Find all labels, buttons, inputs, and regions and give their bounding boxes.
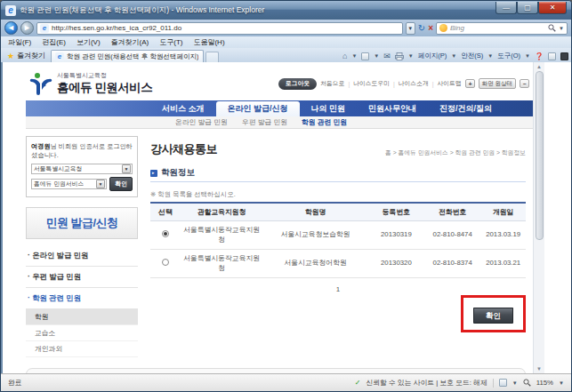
menu-edit[interactable]: 편집(E): [42, 37, 66, 47]
site-logo[interactable]: 서울특별시교육청 홈에듀 민원서비스: [29, 71, 152, 96]
section-header: 학원정보: [150, 167, 526, 182]
search-dropdown[interactable]: ▼: [559, 26, 564, 31]
nav-tab-minwon-guide[interactable]: 민원사무안내: [357, 100, 428, 116]
page-menu-dropdown[interactable]: ▼: [451, 53, 456, 59]
sidebar-subitem-private-tutoring[interactable]: 개인과외: [26, 341, 138, 357]
print-dropdown[interactable]: ▼: [408, 53, 414, 59]
maximize-button[interactable]: ▢: [517, 2, 538, 14]
minimize-button[interactable]: —: [495, 2, 517, 14]
row1-name: 서울시교육청보습학원: [263, 221, 368, 250]
zoom-level[interactable]: 115%: [536, 379, 553, 387]
nav-tab-my-minwon[interactable]: 나의 민원: [300, 100, 358, 116]
menu-tools[interactable]: 도구(T): [159, 37, 182, 47]
zoom-dropdown[interactable]: ▼: [559, 380, 564, 386]
chevron-down-icon[interactable]: ▼: [96, 180, 105, 188]
subnav-postal-issue[interactable]: 우편 발급 민원: [242, 117, 287, 127]
new-tab-button[interactable]: [205, 52, 219, 62]
row2-open-date: 2013.03.21: [480, 250, 526, 278]
close-button[interactable]: ✕: [538, 2, 567, 14]
read-mail-icon[interactable]: ✉: [383, 52, 391, 60]
url-dropdown[interactable]: ▼: [406, 22, 415, 35]
logout-button[interactable]: 로그아웃: [278, 78, 317, 90]
feeds-dropdown[interactable]: ▼: [374, 53, 379, 59]
back-button[interactable]: ◄: [4, 21, 18, 35]
page-menu[interactable]: 페이지(P): [418, 52, 447, 60]
page-viewport: 서울특별시교육청 홈에듀 민원서비스 로그아웃 처음으로 | 나이스도우미 | …: [1, 62, 571, 373]
utility-links: 로그아웃 처음으로 | 나이스도우미 | 나이스소개 | 사이트맵 + 화면 원…: [278, 78, 529, 90]
link-home[interactable]: 처음으로: [320, 79, 344, 88]
sidebar-confirm-button[interactable]: 확인: [109, 177, 133, 191]
sidebar-subitem-gyseupso[interactable]: 교습소: [26, 325, 138, 341]
nav-tab-online-issue[interactable]: 온라인 발급/신청: [216, 101, 300, 116]
sidebar-item-postal-issue[interactable]: · 우편 발급 민원: [26, 267, 138, 288]
home-icon[interactable]: ⌂: [342, 52, 347, 60]
hakwon-table: 선택 관할교육지원청 학원명 등록번호 전화번호 개원일 서울: [150, 202, 526, 278]
search-input[interactable]: Bing ▼: [436, 22, 568, 35]
sidebar-subitem-hakwon[interactable]: 학원: [26, 309, 138, 325]
subnav-online-issue[interactable]: 온라인 발급 민원: [175, 117, 228, 127]
menu-file[interactable]: 파일(F): [8, 37, 31, 47]
compat-dropdown[interactable]: ▼: [512, 380, 518, 386]
office-select-value: 서울특별시교육청: [34, 164, 82, 173]
col-reg-no: 등록번호: [368, 203, 424, 221]
page-number[interactable]: 1: [150, 285, 526, 293]
link-sitemap[interactable]: 사이트맵: [438, 79, 462, 88]
trusted-check-icon: ✓: [355, 379, 361, 387]
chevron-down-icon[interactable]: ▼: [122, 164, 131, 173]
search-icon[interactable]: [548, 24, 556, 32]
forward-button[interactable]: ►: [20, 21, 34, 35]
command-bar: ⌂▼ ▼ ✉ ▼ 페이지(P)▼ 안전(S)▼ 도구(O)▼ ❓: [342, 52, 568, 62]
subnav-hakwon-minwon[interactable]: 학원 관련 민원: [302, 117, 347, 127]
browser-tab[interactable]: e 학원 관련 민원(채용선택 후 학원선택페이지): [51, 50, 204, 62]
tab-favicon: e: [55, 52, 64, 61]
safety-menu[interactable]: 안전(S): [461, 52, 483, 60]
tools-menu[interactable]: 도구(O): [497, 52, 520, 60]
table-header-row: 선택 관할교육지원청 학원명 등록번호 전화번호 개원일: [150, 203, 526, 221]
zoom-out-button[interactable]: −: [520, 79, 529, 88]
selection-note: ※ 학원 목록을 선택하십시오.: [150, 190, 526, 199]
print-icon[interactable]: [395, 52, 404, 60]
vertical-scrollbar[interactable]: ▲ ▼: [533, 62, 544, 373]
screen-reset-button[interactable]: 화면 원상태: [479, 78, 516, 89]
scrollbar-thumb[interactable]: [536, 71, 544, 240]
favorites-label: 즐겨찾기: [17, 51, 45, 60]
compat-view-icon[interactable]: [499, 379, 507, 387]
ie-icon: e: [5, 5, 16, 16]
row1-radio[interactable]: [162, 230, 169, 237]
addon-icon-1[interactable]: [548, 52, 556, 60]
sidebar-item-hakwon-minwon[interactable]: · 학원 관련 민원: [26, 288, 138, 309]
row2-radio[interactable]: [162, 259, 169, 266]
scroll-down-icon[interactable]: ▼: [536, 364, 542, 373]
addon-icon-2[interactable]: [560, 52, 568, 60]
confirm-button[interactable]: 확인: [473, 308, 513, 324]
stop-icon[interactable]: ×: [428, 22, 433, 35]
scroll-up-icon[interactable]: ▲: [536, 62, 542, 71]
bing-icon: [439, 24, 447, 32]
help-icon[interactable]: ❓: [535, 52, 544, 60]
link-neis-helper[interactable]: 나이스도우미: [353, 79, 390, 88]
tools-menu-dropdown[interactable]: ▼: [525, 53, 530, 59]
menu-favorites[interactable]: 즐겨찾기(A): [111, 37, 149, 47]
sidebar-item-online-issue[interactable]: · 온라인 발급 민원: [26, 245, 138, 267]
site-header: 서울특별시교육청 홈에듀 민원서비스 로그아웃 처음으로 | 나이스도우미 | …: [26, 66, 533, 100]
nav-tab-service-intro[interactable]: 서비스 소개: [150, 100, 216, 116]
table-row: 서울특별시동작교육지원청 서울시교육청보습학원 20130319 02-810-…: [150, 221, 526, 250]
feeds-icon[interactable]: [361, 52, 369, 60]
sidebar: 여경원님 비회원 인증서로 로그인하셨습니다. 서울특별시교육청 ▼ 홈에듀 민…: [26, 136, 138, 357]
service-select[interactable]: 홈에듀 민원서비스 ▼: [31, 179, 107, 189]
zoom-icon[interactable]: [523, 379, 531, 387]
menu-help[interactable]: 도움말(H): [193, 37, 224, 47]
refresh-icon[interactable]: ↻: [418, 22, 425, 35]
url-field[interactable]: e http://hes.sen.go.kr/hes_ica_cr92_011.…: [36, 22, 403, 35]
safety-menu-dropdown[interactable]: ▼: [487, 53, 493, 59]
sidebar-title: 민원 발급/신청: [26, 207, 138, 239]
office-select[interactable]: 서울특별시교육청 ▼: [31, 164, 133, 174]
zoom-in-button[interactable]: +: [465, 79, 475, 88]
home-dropdown[interactable]: ▼: [351, 53, 357, 59]
favorites-button[interactable]: ★ 즐겨찾기: [4, 51, 51, 62]
title-bar[interactable]: e 학원 관련 민원(채용선택 후 학원선택페이지) - Windows Int…: [1, 1, 571, 20]
nav-tab-petition[interactable]: 진정/건의/질의: [428, 100, 504, 116]
row1-open-date: 2013.03.19: [480, 221, 526, 250]
menu-view[interactable]: 보기(V): [77, 37, 101, 47]
link-neis-intro[interactable]: 나이스소개: [399, 79, 429, 88]
